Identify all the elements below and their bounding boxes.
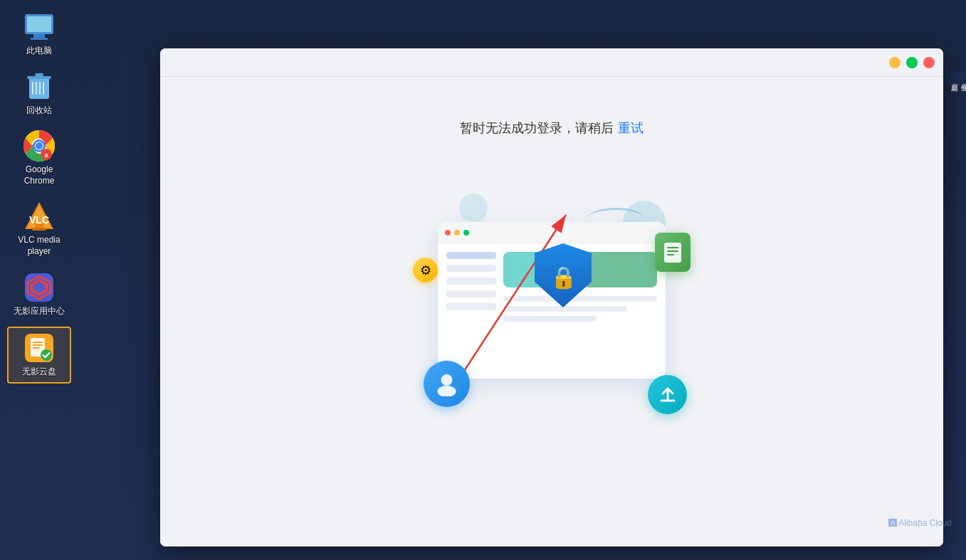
vlc-icon-image: VLC	[23, 201, 55, 232]
desktop: 此电脑 回收站	[0, 0, 966, 560]
svg-rect-9	[27, 76, 51, 79]
svg-rect-28	[33, 342, 43, 343]
desktop-icon-area: 此电脑 回收站	[0, 0, 78, 560]
illus-dot-red	[445, 230, 451, 236]
close-button[interactable]: ✕	[923, 57, 935, 68]
svg-rect-35	[667, 247, 678, 248]
app-window: — □ ✕ 暂时无法成功登录，请稍后 重试	[160, 48, 943, 546]
svg-point-14	[36, 142, 43, 149]
app-center-label: 无影应用中心	[14, 306, 65, 317]
svg-rect-34	[664, 243, 681, 263]
error-container: 暂时无法成功登录，请稍后 重试	[460, 120, 643, 165]
desktop-icon-cloud-disk[interactable]: 无影云盘	[7, 327, 71, 384]
illustration-container: 🔒	[402, 194, 701, 421]
alibaba-brand-text: 🅰 Alibaba Cloud	[888, 518, 952, 528]
illus-row-3	[503, 316, 596, 322]
illus-sidebar-item-5	[446, 303, 496, 310]
this-pc-label: 此电脑	[26, 46, 52, 57]
alibaba-cloud-hint: 🅰 Alibaba Cloud	[888, 518, 952, 528]
upload-icon	[658, 385, 678, 405]
svg-text:VLC: VLC	[29, 214, 49, 226]
desktop-icon-vlc[interactable]: VLC VLC media player	[7, 196, 71, 261]
desktop-icon-recycle-bin[interactable]: 回收站	[7, 67, 71, 121]
svg-point-33	[438, 386, 456, 396]
svg-rect-29	[33, 344, 43, 346]
recycle-bin-label: 回收站	[26, 105, 52, 117]
illus-sidebar-item-3	[446, 278, 496, 285]
cloud-disk-icon-image	[23, 332, 55, 364]
illus-dot-green	[463, 230, 469, 236]
this-pc-icon-image	[23, 11, 55, 43]
illus-sidebar-item-2	[446, 265, 496, 272]
desktop-icon-google-chrome[interactable]: a Google Chrome	[7, 126, 71, 191]
vlc-label-line2: player	[28, 246, 51, 258]
illus-shield: 🔒	[535, 243, 592, 307]
svg-rect-2	[33, 34, 45, 38]
svg-point-31	[41, 349, 52, 361]
illus-float-docs	[655, 233, 691, 272]
chrome-label-line2: Chrome	[24, 176, 55, 187]
lock-icon: 🔒	[550, 265, 577, 290]
window-titlebar: — □ ✕	[160, 48, 943, 77]
gear-icon: ⚙	[420, 263, 431, 278]
svg-rect-6	[36, 82, 37, 95]
illus-float-user	[424, 361, 470, 407]
chrome-icon-image: a	[23, 130, 55, 162]
cloud-disk-label: 无影云盘	[22, 366, 56, 378]
window-content: 暂时无法成功登录，请稍后 重试	[160, 77, 943, 546]
desktop-icon-this-pc[interactable]: 此电脑	[7, 7, 71, 61]
svg-rect-37	[667, 254, 674, 255]
illus-card-green	[583, 252, 657, 287]
illus-sidebar-item-1	[446, 252, 496, 259]
maximize-button[interactable]: □	[906, 57, 918, 68]
svg-rect-5	[32, 82, 33, 95]
svg-rect-8	[43, 82, 44, 95]
user-avatar-icon	[434, 371, 459, 396]
illus-sidebar-item-4	[446, 290, 496, 297]
illus-float-gear: ⚙	[413, 258, 438, 282]
illus-browser-bar	[438, 222, 666, 243]
deco-circle-small	[459, 194, 488, 222]
svg-rect-30	[33, 347, 40, 349]
illus-sidebar	[446, 252, 496, 370]
svg-point-32	[441, 374, 453, 386]
vlc-label-line1: VLC media	[18, 235, 60, 246]
app-center-icon-image	[23, 272, 55, 303]
illus-dot-yellow	[454, 230, 460, 236]
svg-rect-20	[32, 228, 46, 231]
recycle-bin-icon-image	[23, 71, 55, 102]
svg-rect-1	[27, 16, 51, 32]
svg-rect-3	[31, 38, 48, 40]
right-panel: 起桌面会号继卡片中	[946, 71, 966, 85]
shield-shape: 🔒	[535, 243, 592, 307]
desktop-icon-app-center[interactable]: 无影应用中心	[7, 268, 71, 322]
chrome-label-line1: Google	[26, 164, 53, 176]
illus-float-upload	[648, 375, 687, 414]
error-text: 暂时无法成功登录，请稍后 重试	[460, 120, 643, 137]
retry-link[interactable]: 重试	[618, 121, 644, 135]
svg-rect-10	[35, 73, 43, 76]
minimize-button[interactable]: —	[889, 57, 901, 68]
svg-rect-36	[667, 250, 678, 252]
docs-icon	[663, 241, 683, 264]
svg-rect-7	[39, 82, 41, 95]
